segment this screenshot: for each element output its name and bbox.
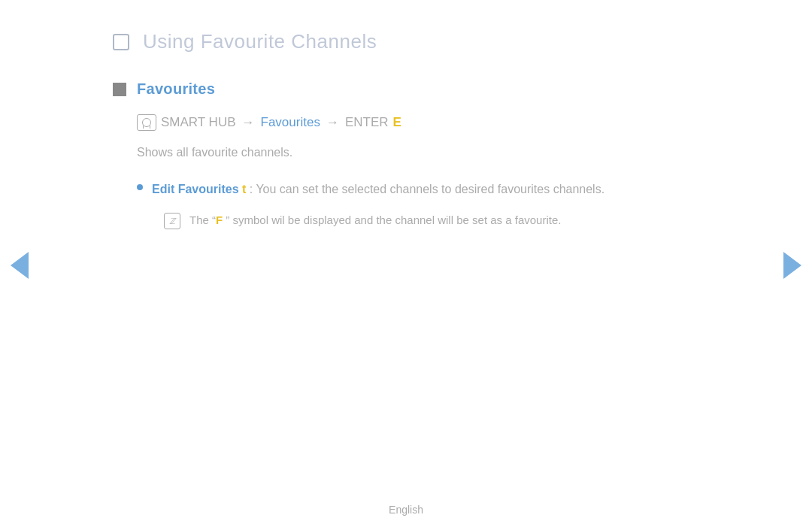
section-header: Favourites: [113, 80, 699, 98]
checkbox-icon: [113, 34, 129, 50]
bullet-item: Edit Favourites t : You can set the sele…: [137, 180, 699, 198]
footer: English: [389, 503, 423, 516]
note-text-pre: The “: [189, 214, 216, 226]
left-arrow-icon: [11, 252, 29, 279]
bullet-body: : You can set the selected channels to d…: [246, 183, 604, 195]
description-text: Shows all favourite channels.: [137, 146, 699, 159]
note-item: ℤ The “F ” symbol wil be displayed and t…: [164, 212, 699, 229]
nav-arrow2: →: [326, 115, 339, 130]
next-page-button[interactable]: [782, 247, 803, 284]
content-area: Using Favourite Channels Favourites SMAR…: [68, 0, 744, 285]
section-title: Favourites: [137, 80, 215, 98]
note-f-highlight: F: [216, 214, 223, 226]
page-title: Using Favourite Channels: [143, 30, 377, 53]
nav-step3-highlight: E: [393, 115, 401, 130]
bullet-content: Edit Favourites t : You can set the sele…: [152, 180, 604, 198]
title-row: Using Favourite Channels: [113, 30, 699, 53]
nav-step3-pre: ENTER: [345, 115, 389, 130]
footer-language: English: [389, 504, 423, 516]
bullet-dot-icon: [137, 184, 143, 190]
section-icon: [113, 83, 126, 96]
nav-arrow1: →: [242, 115, 255, 130]
note-icon: ℤ: [164, 213, 180, 229]
note-text-post: ” symbol wil be displayed and the channe…: [223, 214, 561, 226]
prev-page-button[interactable]: [9, 247, 30, 284]
nav-step1: SMART HUB: [161, 115, 236, 130]
remote-icon: [137, 114, 156, 131]
bullet-title-blue: Edit Favourites: [152, 183, 242, 195]
right-arrow-icon: [783, 252, 801, 279]
page-wrapper: Using Favourite Channels Favourites SMAR…: [0, 0, 812, 530]
nav-path: SMART HUB → Favourites → ENTERE: [137, 114, 699, 131]
nav-step2: Favourites: [261, 115, 320, 130]
note-text: The “F ” symbol wil be displayed and the…: [189, 212, 561, 229]
